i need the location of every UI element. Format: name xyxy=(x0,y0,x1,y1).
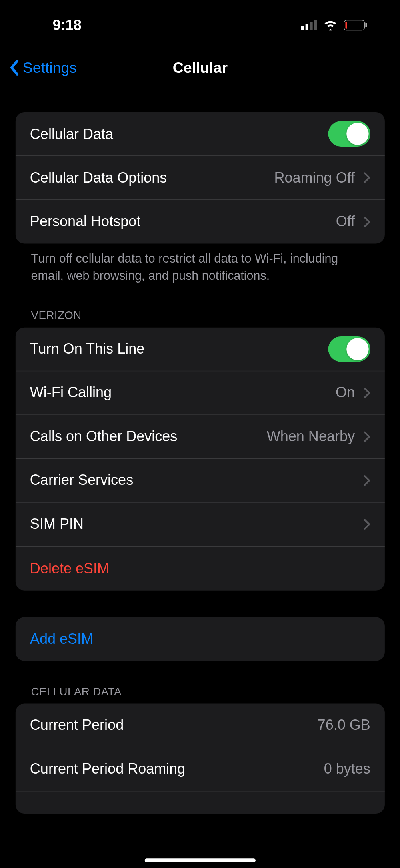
row-label: Carrier Services xyxy=(30,472,133,489)
group-add-esim: Add eSIM xyxy=(16,617,385,661)
row-delete-esim[interactable]: Delete eSIM xyxy=(16,547,385,590)
row-label: Current Period xyxy=(30,716,124,733)
row-wifi-calling[interactable]: Wi-Fi Calling On xyxy=(16,371,385,415)
row-current-period[interactable]: Current Period 76.0 GB xyxy=(16,703,385,747)
row-cellular-data[interactable]: Cellular Data xyxy=(16,112,385,156)
group-header-cellular-data: CELLULAR DATA xyxy=(16,661,385,703)
group-cellular: Cellular Data Cellular Data Options Roam… xyxy=(16,112,385,243)
row-value: 0 bytes xyxy=(324,760,370,778)
status-indicators xyxy=(301,20,384,31)
group-verizon: Turn On This Line Wi-Fi Calling On Calls… xyxy=(16,327,385,590)
row-value: When Nearby xyxy=(267,428,355,445)
row-label: Cellular Data Options xyxy=(30,169,167,186)
row-label: Calls on Other Devices xyxy=(30,428,178,445)
row-label: Delete eSIM xyxy=(30,560,109,577)
row-app-usage-partial[interactable] xyxy=(16,791,385,813)
status-time: 9:18 xyxy=(53,16,82,34)
row-carrier-services[interactable]: Carrier Services xyxy=(16,459,385,502)
status-bar: 9:18 xyxy=(0,0,400,50)
row-value: 76.0 GB xyxy=(318,716,370,733)
nav-header: Settings Cellular xyxy=(0,50,400,86)
page-title: Cellular xyxy=(173,59,228,76)
back-label: Settings xyxy=(23,59,77,76)
row-cellular-data-options[interactable]: Cellular Data Options Roaming Off xyxy=(16,156,385,199)
group-cellular-data-usage: Current Period 76.0 GB Current Period Ro… xyxy=(16,703,385,813)
row-sim-pin[interactable]: SIM PIN xyxy=(16,502,385,546)
group-header-verizon: VERIZON xyxy=(16,284,385,327)
battery-icon xyxy=(344,20,367,30)
row-label: Add eSIM xyxy=(30,630,93,647)
chevron-right-icon xyxy=(364,172,370,183)
chevron-left-icon xyxy=(9,59,19,76)
cellular-data-toggle[interactable] xyxy=(328,121,370,147)
row-label: Current Period Roaming xyxy=(30,760,186,778)
chevron-right-icon xyxy=(364,387,370,398)
row-label: Personal Hotspot xyxy=(30,213,140,230)
row-value: Off xyxy=(336,213,355,230)
row-current-period-roaming[interactable]: Current Period Roaming 0 bytes xyxy=(16,747,385,791)
row-label: SIM PIN xyxy=(30,516,84,533)
row-value: Roaming Off xyxy=(274,169,355,186)
cellular-signal-icon xyxy=(301,20,317,30)
home-indicator[interactable] xyxy=(145,858,256,862)
row-label: Turn On This Line xyxy=(30,340,144,358)
row-personal-hotspot[interactable]: Personal Hotspot Off xyxy=(16,200,385,243)
back-button[interactable]: Settings xyxy=(9,59,77,76)
chevron-right-icon xyxy=(364,431,370,442)
row-calls-other-devices[interactable]: Calls on Other Devices When Nearby xyxy=(16,415,385,458)
row-label: Wi-Fi Calling xyxy=(30,384,112,401)
chevron-right-icon xyxy=(364,518,370,530)
wifi-icon xyxy=(322,20,338,31)
row-value: On xyxy=(336,384,355,401)
row-turn-on-line[interactable]: Turn On This Line xyxy=(16,327,385,371)
group-footer-text: Turn off cellular data to restrict all d… xyxy=(16,243,385,284)
chevron-right-icon xyxy=(364,475,370,486)
turn-on-line-toggle[interactable] xyxy=(328,336,370,362)
row-label: Cellular Data xyxy=(30,125,113,143)
row-add-esim[interactable]: Add eSIM xyxy=(16,617,385,661)
chevron-right-icon xyxy=(364,216,370,227)
